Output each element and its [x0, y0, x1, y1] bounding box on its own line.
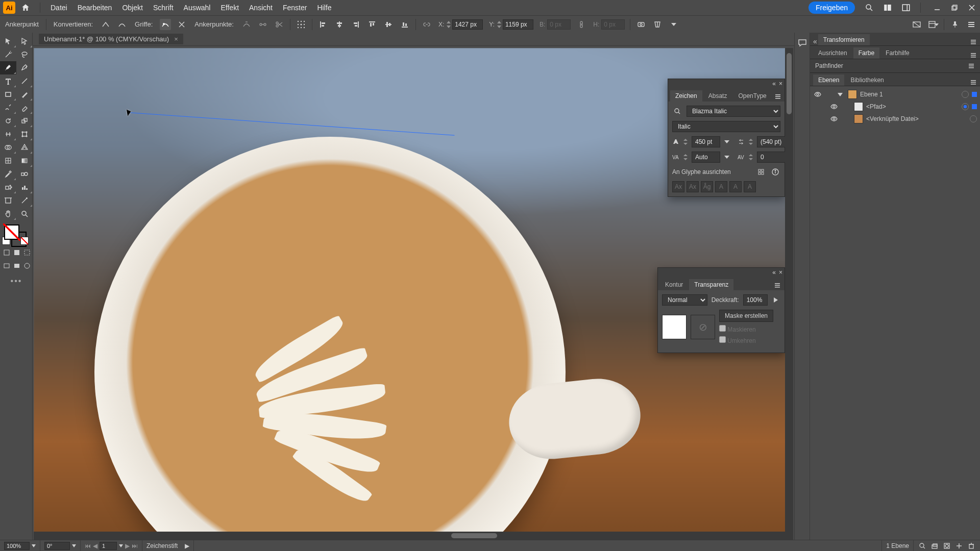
leading-input[interactable]	[757, 136, 786, 147]
kerning-input[interactable]	[692, 152, 720, 163]
panel-collapse-icon[interactable]: «	[772, 269, 776, 276]
remove-anchor-icon[interactable]	[241, 19, 252, 30]
chevron-down-icon[interactable]	[72, 544, 76, 548]
y-stepper-icon[interactable]	[497, 21, 502, 28]
free-transform-tool-icon[interactable]	[16, 128, 33, 141]
visibility-toggle-icon[interactable]	[829, 114, 839, 123]
canvas-vertical-scrollbar[interactable]	[785, 48, 793, 532]
align-bottom-icon[interactable]	[399, 19, 410, 30]
character-panel[interactable]: « × Zeichen Absatz OpenType Blazma Itali…	[668, 79, 785, 197]
invert-checkbox[interactable]: Umkehren	[719, 336, 756, 344]
draw-none-mode[interactable]	[20, 237, 29, 245]
next-artboard-icon[interactable]: ▶	[125, 542, 130, 549]
gradient-tool-icon[interactable]	[16, 154, 33, 167]
panel-menu-icon[interactable]	[774, 91, 782, 102]
chevron-down-icon[interactable]	[668, 19, 679, 30]
column-graph-tool-icon[interactable]	[16, 181, 33, 194]
pin-panel-icon[interactable]	[949, 19, 961, 30]
search-icon[interactable]	[863, 2, 875, 14]
menu-hilfe[interactable]: Hilfe	[313, 2, 335, 14]
hide-handles-icon[interactable]	[176, 19, 187, 30]
blend-mode-select[interactable]: Normal	[662, 294, 707, 306]
window-close-icon[interactable]	[967, 3, 977, 13]
status-flyout-icon[interactable]: ▶	[185, 542, 189, 549]
window-restore-icon[interactable]	[949, 3, 960, 13]
new-layer-icon[interactable]	[955, 542, 963, 549]
panel-menu-icon[interactable]	[970, 52, 977, 59]
cut-path-icon[interactable]	[274, 19, 285, 30]
window-minimize-icon[interactable]	[932, 3, 942, 13]
target-icon[interactable]	[970, 115, 977, 122]
chevron-down-icon[interactable]	[119, 544, 123, 548]
tab-transparenz[interactable]: Transparenz	[689, 279, 733, 290]
font-style-select[interactable]: Italic	[672, 121, 780, 132]
align-vcenter-icon[interactable]	[383, 19, 394, 30]
menu-auswahl[interactable]: Auswahl	[180, 2, 215, 14]
glyph-snap-5[interactable]: A	[729, 181, 742, 192]
object-thumbnail[interactable]	[662, 315, 687, 339]
panel-menu-icon[interactable]	[970, 38, 977, 45]
symbol-sprayer-tool-icon[interactable]	[0, 181, 16, 194]
show-handles-icon[interactable]	[160, 19, 171, 30]
zoom-tool-icon[interactable]	[16, 207, 33, 220]
scale-tool-icon[interactable]	[16, 114, 33, 128]
gpu-preview-icon[interactable]	[911, 19, 922, 30]
info-icon[interactable]	[770, 167, 780, 177]
clip-checkbox[interactable]: Maskieren	[719, 325, 756, 333]
shaper-tool-icon[interactable]	[0, 101, 16, 114]
perspective-grid-tool-icon[interactable]	[16, 141, 33, 154]
arrange-windows-icon[interactable]	[881, 2, 894, 14]
menu-bearbeiten[interactable]: Bearbeiten	[74, 2, 116, 14]
selection-tool-icon[interactable]	[0, 35, 16, 48]
pathfinder-title[interactable]: Pathfinder	[815, 62, 843, 69]
preferences-icon[interactable]	[927, 19, 939, 30]
layer-name[interactable]: <Pfad>	[866, 103, 959, 110]
x-field[interactable]: X:	[437, 19, 483, 30]
workspace-switcher-icon[interactable]	[900, 2, 912, 14]
target-icon[interactable]	[962, 103, 969, 110]
tracking-input[interactable]	[757, 152, 786, 163]
panel-menu-icon[interactable]	[968, 62, 975, 69]
glyph-snap-1[interactable]: Ax	[672, 181, 684, 192]
mesh-tool-icon[interactable]	[0, 154, 16, 167]
panel-close-icon[interactable]: ×	[779, 269, 782, 276]
eraser-tool-icon[interactable]	[16, 101, 33, 114]
glyph-snap-6[interactable]: A	[744, 181, 756, 192]
rectangle-tool-icon[interactable]	[0, 88, 16, 101]
glyph-snap-4[interactable]: A	[715, 181, 727, 192]
tab-farbe[interactable]: Farbe	[853, 47, 879, 59]
menu-datei[interactable]: Datei	[46, 2, 71, 14]
panel-close-icon[interactable]: ×	[779, 80, 782, 87]
font-size-input[interactable]	[692, 136, 720, 147]
align-right-icon[interactable]	[350, 19, 361, 30]
opacity-flyout-icon[interactable]	[772, 295, 780, 305]
screen-mode-3-icon[interactable]	[23, 262, 31, 271]
stepper-icon[interactable]	[749, 152, 753, 162]
screen-mode-2-icon[interactable]	[13, 262, 20, 271]
isolate-icon[interactable]	[635, 19, 647, 30]
screen-mode-1-icon[interactable]	[3, 262, 10, 271]
tab-farbhilfe[interactable]: Farbhilfe	[880, 47, 915, 59]
x-stepper-icon[interactable]	[446, 21, 451, 28]
panel-menu-icon[interactable]	[966, 19, 977, 30]
layer-name[interactable]: <Verknüpfte Datei>	[866, 115, 967, 122]
edit-toolbar-icon[interactable]: •••	[0, 273, 33, 287]
glyph-snap-3[interactable]: Âg	[701, 181, 713, 192]
type-tool-icon[interactable]	[0, 74, 16, 88]
menu-effekt[interactable]: Effekt	[216, 2, 243, 14]
tab-ausrichten[interactable]: Ausrichten	[813, 47, 852, 59]
hand-tool-icon[interactable]	[0, 207, 16, 220]
prev-artboard-icon[interactable]: ◀	[93, 542, 97, 549]
layer-row[interactable]: <Pfad>	[810, 101, 980, 113]
link-xy-icon[interactable]	[421, 19, 432, 30]
align-top-icon[interactable]	[366, 19, 378, 30]
eyedropper-tool-icon[interactable]	[0, 167, 16, 181]
menu-schrift[interactable]: Schrift	[149, 2, 178, 14]
tab-absatz[interactable]: Absatz	[703, 90, 732, 102]
artboard-nav[interactable]: ⏮ ◀ ▶ ⏭	[81, 540, 142, 551]
panel-menu-icon[interactable]	[970, 79, 977, 86]
curvature-tool-icon[interactable]	[16, 61, 33, 74]
first-artboard-icon[interactable]: ⏮	[85, 542, 91, 549]
pen-tool-icon[interactable]	[0, 61, 16, 74]
tab-ebenen[interactable]: Ebenen	[813, 74, 844, 86]
